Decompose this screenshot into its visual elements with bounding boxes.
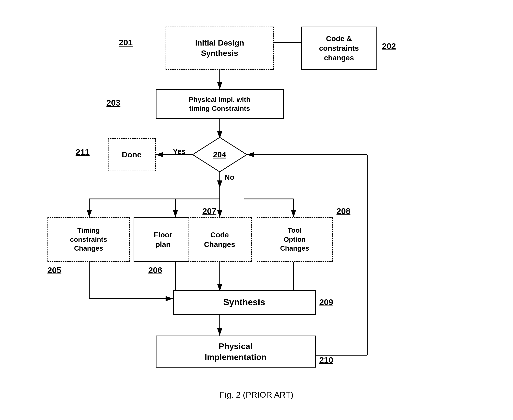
label-205: 205 [47,265,62,275]
node-205-label: TimingconstraintsChanges [70,226,107,253]
label-206: 206 [148,265,162,275]
node-201-label: Initial DesignSynthesis [195,38,244,58]
label-207: 207 [202,206,217,216]
label-201: 201 [119,38,133,47]
node-202-label: Code &constraintschanges [319,34,359,63]
label-208: 208 [337,206,351,216]
node-204: 204 [191,136,248,173]
figure-caption: Fig. 2 (PRIOR ART) [171,390,343,400]
label-211: 211 [76,147,90,157]
node-207: CodeChanges [188,217,252,262]
node-206: Floorplan [134,217,193,262]
node-209-label: Synthesis [223,297,265,308]
node-211-label: Done [122,150,141,160]
node-201: Initial DesignSynthesis [166,27,274,70]
label-210: 210 [319,355,333,365]
node-211: Done [108,138,156,171]
label-209: 209 [319,297,333,307]
yes-label: Yes [173,147,186,156]
label-202: 202 [382,41,396,51]
node-206-label: Floorplan [154,230,172,249]
node-208: ToolOptionChanges [257,217,333,262]
diagram-container: Initial DesignSynthesis 201 Code &constr… [35,13,478,407]
node-203: Physical Impl. withtiming Constraints [156,89,284,119]
node-210-label: PhysicalImplementation [205,341,266,362]
node-207-label: CodeChanges [204,230,235,249]
node-209: Synthesis [173,290,316,315]
node-203-label: Physical Impl. withtiming Constraints [189,95,250,113]
node-210: PhysicalImplementation [156,336,316,368]
label-203: 203 [107,98,121,108]
node-202: Code &constraintschanges [301,27,377,70]
node-205: TimingconstraintsChanges [47,217,130,262]
node-208-label: ToolOptionChanges [280,226,309,253]
no-label: No [225,173,234,181]
